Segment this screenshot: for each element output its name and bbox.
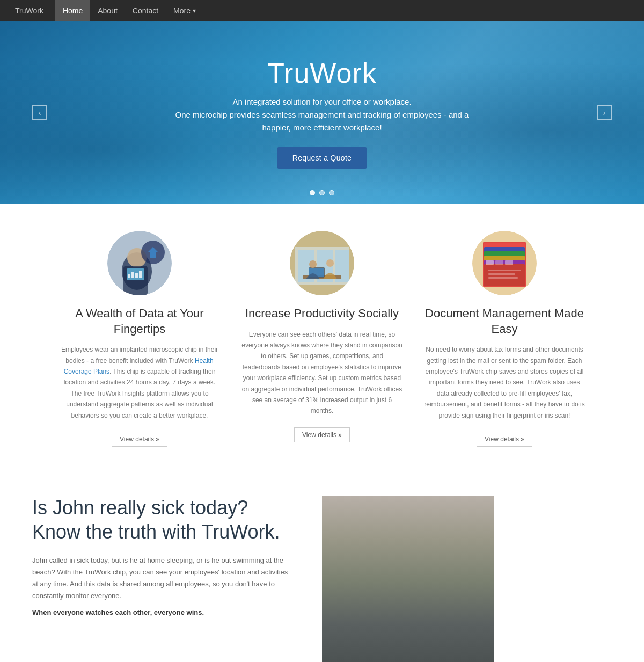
hero-content: TruWork An integrated solution for your … xyxy=(150,57,494,169)
feature-title-document: Document Management Made Easy xyxy=(424,306,585,337)
hero-arrow-left[interactable]: ‹ xyxy=(32,105,47,120)
hero-dot-2[interactable] xyxy=(319,190,325,195)
svg-rect-49 xyxy=(414,572,418,579)
feature-image-productivity xyxy=(290,231,354,295)
nav-item-contact[interactable]: Contact xyxy=(125,0,166,21)
feature-card-document: Document Management Made Easy No need to… xyxy=(424,231,585,447)
john-section: Is John really sick today? Know the trut… xyxy=(0,474,644,662)
svg-rect-41 xyxy=(405,592,409,619)
feature-title-productivity: Increase Productivity Socially xyxy=(241,306,402,322)
svg-rect-8 xyxy=(139,271,142,278)
hero-dots xyxy=(310,190,334,195)
hero-subtitle: An integrated solution for your office o… xyxy=(161,96,483,134)
svg-rect-28 xyxy=(486,260,494,265)
svg-rect-5 xyxy=(128,274,130,278)
svg-rect-32 xyxy=(488,273,515,275)
feature-view-btn-productivity[interactable]: View details » xyxy=(294,427,350,442)
svg-rect-27 xyxy=(484,264,525,286)
feature-desc-data: Employees wear an implanted microscopic … xyxy=(59,344,220,421)
nav-item-more[interactable]: More xyxy=(166,0,203,21)
hero-cta-button[interactable]: Request a Quote xyxy=(277,147,367,169)
svg-rect-34 xyxy=(322,496,494,662)
svg-rect-44 xyxy=(453,565,458,592)
svg-rect-39 xyxy=(405,517,409,544)
hero-dot-3[interactable] xyxy=(329,190,334,195)
navbar: TruWork Home About Contact More xyxy=(0,0,644,21)
svg-rect-42 xyxy=(405,630,409,657)
feature-desc-document: No need to worry about tax forms and oth… xyxy=(424,344,585,421)
john-text: Is John really sick today? Know the trut… xyxy=(32,496,290,616)
feature-view-btn-document[interactable]: View details » xyxy=(477,432,532,447)
john-image xyxy=(322,496,494,662)
svg-rect-29 xyxy=(495,260,503,265)
svg-rect-40 xyxy=(405,555,409,581)
svg-rect-38 xyxy=(354,603,358,630)
features-section: A Wealth of Data at Your Fingertips Empl… xyxy=(0,204,644,474)
svg-rect-37 xyxy=(354,565,358,592)
svg-point-48 xyxy=(425,647,436,652)
feature-image-data xyxy=(107,231,172,295)
svg-point-19 xyxy=(326,259,334,267)
nav-item-about[interactable]: About xyxy=(90,0,125,21)
john-tagline: When everyone watches each other, everyo… xyxy=(32,608,290,616)
svg-rect-6 xyxy=(131,272,134,278)
john-heading: Is John really sick today? Know the trut… xyxy=(32,496,290,544)
nav-brand[interactable]: TruWork xyxy=(9,6,50,15)
john-body: John called in sick today, but is he at … xyxy=(32,555,290,602)
svg-point-47 xyxy=(395,650,406,655)
svg-point-18 xyxy=(309,260,317,268)
svg-rect-33 xyxy=(488,277,518,279)
hero-section: ‹ › TruWork An integrated solution for y… xyxy=(0,21,644,204)
svg-rect-30 xyxy=(505,260,513,265)
nav-item-home[interactable]: Home xyxy=(55,0,90,21)
feature-desc-productivity: Everyone can see each others' data in re… xyxy=(241,329,402,417)
feature-card-productivity: Increase Productivity Socially Everyone … xyxy=(241,231,402,447)
svg-point-46 xyxy=(408,557,423,574)
svg-rect-7 xyxy=(135,273,138,278)
feature-link-health[interactable]: Health Coverage Plans xyxy=(64,357,214,375)
feature-image-document xyxy=(472,231,537,295)
svg-rect-31 xyxy=(488,270,521,271)
hero-dot-1[interactable] xyxy=(310,190,315,195)
svg-rect-45 xyxy=(453,603,458,630)
svg-rect-36 xyxy=(354,528,358,555)
hero-title: TruWork xyxy=(161,57,483,89)
hero-arrow-right[interactable]: › xyxy=(597,105,612,120)
svg-rect-43 xyxy=(453,528,458,555)
feature-card-data: A Wealth of Data at Your Fingertips Empl… xyxy=(59,231,220,447)
svg-rect-35 xyxy=(322,496,494,662)
feature-title-data: A Wealth of Data at Your Fingertips xyxy=(59,306,220,337)
feature-view-btn-data[interactable]: View details » xyxy=(112,432,167,447)
